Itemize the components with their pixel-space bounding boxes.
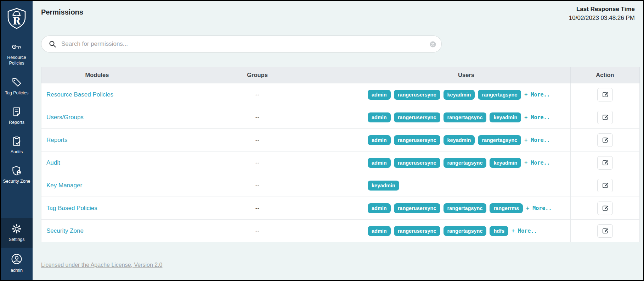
edit-button[interactable] bbox=[597, 224, 613, 238]
sidebar-item-admin-user[interactable]: admin bbox=[1, 248, 33, 280]
license-link[interactable]: Licensed under the Apache License, Versi… bbox=[41, 262, 162, 268]
users-cell: keyadmin bbox=[362, 174, 571, 197]
sidebar-item-audits[interactable]: Audits bbox=[1, 131, 33, 160]
sidebar: R Resource Policies Tag Policies Repo bbox=[1, 1, 33, 280]
sidebar-item-label: Audits bbox=[11, 149, 23, 155]
user-badge: rangerusersync bbox=[394, 226, 440, 236]
user-badge: rangertagsync bbox=[478, 90, 521, 100]
edit-pencil-icon bbox=[602, 227, 609, 234]
permissions-table-section: Modules Groups Users Action Resource Bas… bbox=[33, 53, 643, 242]
module-link[interactable]: Tag Based Policies bbox=[46, 205, 97, 211]
more-link[interactable]: + More.. bbox=[524, 114, 550, 121]
user-badge: rangertagsync bbox=[444, 203, 487, 213]
table-row: Security Zone -- adminrangerusersyncrang… bbox=[41, 220, 640, 242]
user-badge: rangerrms bbox=[490, 203, 523, 213]
tag-icon bbox=[11, 77, 22, 88]
user-badge: rangerusersync bbox=[394, 203, 440, 213]
more-link[interactable]: + More.. bbox=[512, 228, 537, 234]
sidebar-item-settings[interactable]: Settings bbox=[1, 218, 33, 248]
app-window: R Resource Policies Tag Policies Repo bbox=[0, 0, 644, 281]
column-header-modules: Modules bbox=[41, 67, 153, 83]
main-content: Permissions Last Response Time 10/02/202… bbox=[33, 1, 643, 280]
search-input[interactable] bbox=[41, 36, 441, 52]
user-badge: rangerusersync bbox=[394, 112, 440, 122]
permissions-table: Modules Groups Users Action Resource Bas… bbox=[41, 67, 640, 242]
column-header-action: Action bbox=[571, 67, 640, 83]
user-circle-icon bbox=[11, 253, 23, 265]
module-link[interactable]: Reports bbox=[46, 137, 68, 143]
key-icon bbox=[11, 42, 22, 52]
user-badge: keyadmin bbox=[368, 181, 399, 191]
user-badge: admin bbox=[368, 112, 391, 122]
sidebar-item-resource-policies[interactable]: Resource Policies bbox=[1, 36, 33, 72]
edit-button[interactable] bbox=[597, 111, 613, 124]
search-box bbox=[41, 35, 442, 53]
sidebar-item-label: Tag Policies bbox=[5, 90, 29, 96]
sidebar-item-tag-policies[interactable]: Tag Policies bbox=[1, 72, 33, 101]
users-cell: adminrangerusersynckeyadminrangertagsync… bbox=[362, 129, 571, 151]
search-section bbox=[33, 23, 643, 53]
module-link[interactable]: Audit bbox=[46, 159, 60, 166]
user-badge: hdfs bbox=[490, 226, 508, 236]
clear-search-icon[interactable] bbox=[430, 41, 436, 49]
ranger-logo[interactable]: R bbox=[1, 1, 33, 36]
edit-button[interactable] bbox=[597, 133, 613, 147]
edit-pencil-icon bbox=[602, 114, 609, 121]
table-row: Key Manager -- keyadmin bbox=[41, 174, 640, 197]
edit-pencil-icon bbox=[602, 91, 609, 98]
page-header: Permissions Last Response Time 10/02/202… bbox=[33, 1, 643, 23]
sidebar-item-label: Security Zone bbox=[3, 178, 30, 184]
footer: Licensed under the Apache License, Versi… bbox=[33, 256, 643, 274]
user-badge: rangerusersync bbox=[394, 135, 440, 145]
column-header-users: Users bbox=[362, 67, 571, 83]
page-title: Permissions bbox=[41, 8, 83, 16]
groups-cell: -- bbox=[153, 106, 362, 129]
shield-user-icon bbox=[11, 165, 22, 176]
edit-button[interactable] bbox=[597, 202, 613, 215]
last-response-time-value: 10/02/2023 03:48:26 PM bbox=[569, 14, 635, 23]
user-badge: admin bbox=[368, 203, 391, 213]
user-badge: admin bbox=[368, 226, 391, 236]
more-link[interactable]: + More.. bbox=[524, 92, 550, 98]
gear-icon bbox=[11, 224, 22, 234]
sidebar-item-label: Resource Policies bbox=[2, 55, 32, 66]
user-badge: keyadmin bbox=[444, 90, 475, 100]
more-link[interactable]: + More.. bbox=[524, 137, 550, 143]
user-badge: keyadmin bbox=[490, 158, 521, 168]
module-link[interactable]: Key Manager bbox=[46, 182, 82, 189]
module-link[interactable]: Security Zone bbox=[46, 227, 84, 234]
user-badge: admin bbox=[368, 135, 391, 145]
groups-cell: -- bbox=[153, 83, 362, 106]
edit-button[interactable] bbox=[597, 179, 613, 192]
edit-pencil-icon bbox=[602, 205, 609, 211]
module-link[interactable]: Users/Groups bbox=[46, 114, 84, 121]
user-badge: keyadmin bbox=[490, 112, 521, 122]
ranger-shield-logo-icon: R bbox=[7, 7, 27, 29]
groups-cell: -- bbox=[153, 197, 362, 220]
more-link[interactable]: + More.. bbox=[524, 160, 550, 166]
last-response-time: Last Response Time 10/02/2023 03:48:26 P… bbox=[569, 1, 635, 22]
sidebar-item-label: Reports bbox=[9, 120, 24, 125]
user-badge: rangertagsync bbox=[478, 135, 521, 145]
user-badge: keyadmin bbox=[444, 135, 475, 145]
module-link[interactable]: Resource Based Policies bbox=[46, 91, 113, 98]
edit-pencil-icon bbox=[602, 182, 609, 189]
table-row: Audit -- adminrangerusersyncrangertagsyn… bbox=[41, 151, 640, 174]
table-row: Reports -- adminrangerusersynckeyadminra… bbox=[41, 129, 640, 151]
users-cell: adminrangerusersyncrangertagsynckeyadmin… bbox=[362, 151, 571, 174]
user-badge: rangertagsync bbox=[444, 158, 487, 168]
edit-pencil-icon bbox=[602, 159, 609, 166]
more-link[interactable]: + More.. bbox=[526, 205, 552, 211]
edit-button[interactable] bbox=[597, 156, 613, 170]
edit-button[interactable] bbox=[597, 88, 613, 101]
groups-cell: -- bbox=[153, 174, 362, 197]
svg-text:R: R bbox=[13, 16, 21, 27]
users-cell: adminrangerusersyncrangertagsynchdfs+ Mo… bbox=[362, 220, 571, 242]
sidebar-item-reports[interactable]: Reports bbox=[1, 101, 33, 131]
edit-pencil-icon bbox=[602, 137, 609, 143]
groups-cell: -- bbox=[153, 151, 362, 174]
users-cell: adminrangerusersyncrangertagsyncrangerrm… bbox=[362, 197, 571, 220]
user-badge: admin bbox=[368, 158, 391, 168]
table-row: Resource Based Policies -- adminrangerus… bbox=[41, 83, 640, 106]
sidebar-item-security-zone[interactable]: Security Zone bbox=[1, 160, 33, 189]
